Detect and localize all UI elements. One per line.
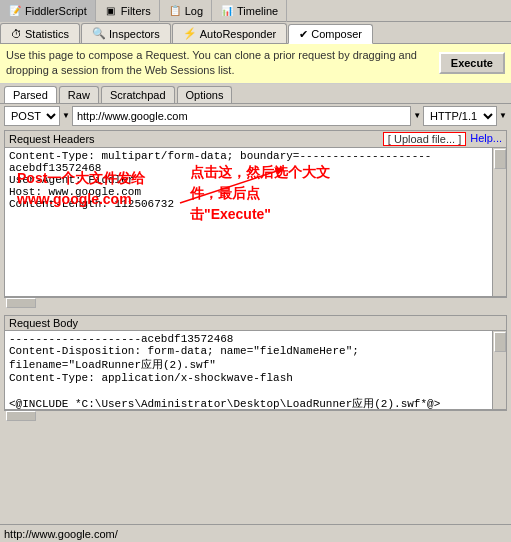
main-tab-bar: ⏱ Statistics 🔍 Inspectors ⚡ AutoResponde…: [0, 22, 511, 44]
headers-annotation-area: Content-Type: multipart/form-data; bound…: [4, 147, 507, 297]
body-content[interactable]: --------------------acebdf13572468 Conte…: [5, 331, 506, 409]
request-body-title: Request Body: [4, 315, 507, 330]
body-area-wrapper: --------------------acebdf13572468 Conte…: [4, 330, 507, 410]
status-bar: http://www.google.com/: [0, 524, 511, 542]
method-select[interactable]: POST GET PUT: [4, 106, 60, 126]
composer-icon: ✔: [299, 28, 308, 41]
header-actions: [ Upload file... ] Help...: [383, 132, 502, 146]
body-scrollbar[interactable]: [492, 331, 506, 409]
upload-file-button[interactable]: [ Upload file... ]: [383, 132, 466, 146]
headers-scrollbar[interactable]: [492, 148, 506, 296]
protocol-chevron-icon: ▼: [499, 111, 507, 120]
headers-h-scroll[interactable]: [4, 297, 507, 309]
headers-text: Content-Type: multipart/form-data; bound…: [9, 150, 490, 210]
url-chevron-icon: ▼: [413, 111, 421, 120]
timeline-icon: 📊: [220, 4, 234, 18]
inspectors-icon: 🔍: [92, 27, 106, 40]
execute-button[interactable]: Execute: [439, 52, 505, 74]
log-label: Log: [185, 5, 203, 17]
request-headers-header: Request Headers [ Upload file... ] Help.…: [4, 130, 507, 147]
request-line: POST GET PUT ▼ ▼ HTTP/1.1 HTTP/1.0 ▼: [4, 106, 507, 126]
log-icon: 📋: [168, 4, 182, 18]
sub-tab-options[interactable]: Options: [177, 86, 233, 103]
info-banner: Use this page to compose a Request. You …: [0, 44, 511, 84]
statistics-icon: ⏱: [11, 28, 22, 40]
info-text: Use this page to compose a Request. You …: [6, 48, 431, 79]
help-link[interactable]: Help...: [470, 132, 502, 146]
headers-content[interactable]: Content-Type: multipart/form-data; bound…: [5, 148, 506, 296]
main-content: POST GET PUT ▼ ▼ HTTP/1.1 HTTP/1.0 ▼ Req…: [0, 106, 511, 426]
tab-statistics[interactable]: ⏱ Statistics: [0, 23, 80, 43]
sub-tab-parsed[interactable]: Parsed: [4, 86, 57, 103]
request-body-section: Request Body --------------------acebdf1…: [4, 315, 507, 422]
request-headers-title: Request Headers: [9, 133, 95, 145]
body-text: --------------------acebdf13572468 Conte…: [9, 333, 490, 409]
protocol-select[interactable]: HTTP/1.1 HTTP/1.0: [423, 106, 497, 126]
fiddlerscript-label: FiddlerScript: [25, 5, 87, 17]
method-chevron-icon: ▼: [62, 111, 70, 120]
filters-label: Filters: [121, 5, 151, 17]
filters-icon: ▣: [104, 4, 118, 18]
tab-autoresponder[interactable]: ⚡ AutoResponder: [172, 23, 287, 43]
tab-inspectors[interactable]: 🔍 Inspectors: [81, 23, 171, 43]
url-input[interactable]: [72, 106, 411, 126]
toolbar: 📝 FiddlerScript ▣ Filters 📋 Log 📊 Timeli…: [0, 0, 511, 22]
fiddlerscript-icon: 📝: [8, 4, 22, 18]
autoresponder-icon: ⚡: [183, 27, 197, 40]
body-h-scroll[interactable]: [4, 410, 507, 422]
tab-composer[interactable]: ✔ Composer: [288, 24, 373, 44]
log-button[interactable]: 📋 Log: [160, 0, 212, 22]
timeline-label: Timeline: [237, 5, 278, 17]
sub-tab-scratchpad[interactable]: Scratchpad: [101, 86, 175, 103]
timeline-button[interactable]: 📊 Timeline: [212, 0, 287, 22]
status-text: http://www.google.com/: [4, 528, 118, 540]
sub-tab-bar: Parsed Raw Scratchpad Options: [0, 84, 511, 104]
fiddlerscript-button[interactable]: 📝 FiddlerScript: [0, 0, 96, 22]
sub-tab-raw[interactable]: Raw: [59, 86, 99, 103]
filters-button[interactable]: ▣ Filters: [96, 0, 160, 22]
